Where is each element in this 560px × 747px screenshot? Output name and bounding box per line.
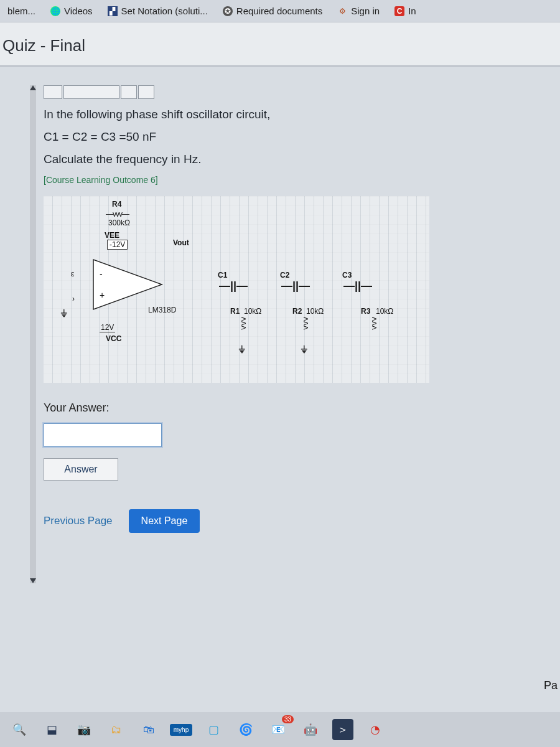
compass-icon: ✪ xyxy=(223,6,233,16)
svg-marker-0 xyxy=(93,260,162,309)
capacitor-icon: ―||― xyxy=(219,280,248,293)
tab-problem[interactable]: blem... xyxy=(2,3,40,19)
answer-input[interactable] xyxy=(44,423,162,447)
component-value: 12V xyxy=(100,323,115,332)
capacitor-icon: ―||― xyxy=(343,280,372,293)
globe-icon: 🌐 xyxy=(50,6,60,16)
component-value: 10kΩ xyxy=(306,307,324,316)
previous-page-link[interactable]: Previous Page xyxy=(44,515,113,527)
question-block: In the following phase shift oscillator … xyxy=(44,108,516,533)
component-label: VEE xyxy=(105,231,119,240)
camera-icon[interactable]: 📷 xyxy=(73,719,95,740)
ground-icon: ⏚ xyxy=(61,307,67,318)
truncated-text: Pa xyxy=(544,679,558,692)
question-text: C1 = C2 = C3 =50 nF xyxy=(44,130,516,144)
browser-icon[interactable]: 🌀 xyxy=(235,719,256,740)
component-label: C1 xyxy=(218,271,227,280)
tab-label: In xyxy=(408,6,416,16)
component-value: 300kΩ xyxy=(108,218,130,227)
next-page-button[interactable]: Next Page xyxy=(129,509,200,533)
scrollbar[interactable] xyxy=(30,85,36,583)
gear-icon: ⚙ xyxy=(337,6,347,16)
ground-icon: ⏚ xyxy=(239,343,245,354)
c-icon: C xyxy=(394,6,404,16)
terminal-icon[interactable]: ＞ xyxy=(332,719,353,740)
circuit-diagram: R4 ―vvv― 300kΩ VEE -12V Vout - + ε › LM3… xyxy=(44,196,429,383)
assistant-icon[interactable]: 🤖 xyxy=(300,719,321,740)
question-text: Calculate the frequency in Hz. xyxy=(44,153,516,166)
file-explorer-icon[interactable]: 🗂 xyxy=(106,719,127,740)
chip-label: LM318D xyxy=(148,306,176,314)
taskbar: 🔍 ⬓ 📷 🗂 🛍 myhp ▢ 🌀 📧 🤖 ＞ ◔ xyxy=(0,712,560,747)
resistor-icon: ɅɅɅ xyxy=(302,317,309,330)
svg-text:+: + xyxy=(100,290,105,300)
tab-label: Required documents xyxy=(236,6,322,16)
doc-icon: ▞ xyxy=(108,6,118,16)
capacitor-icon: ―||― xyxy=(281,280,310,293)
component-label: R2 xyxy=(292,307,302,316)
component-value: -12V xyxy=(107,240,128,250)
editor-toolbar xyxy=(44,85,554,99)
pin-label: › xyxy=(72,294,75,303)
component-label: R4 xyxy=(112,200,121,209)
component-label: VCC xyxy=(106,334,121,343)
component-label: R1 xyxy=(230,307,240,316)
task-view-icon[interactable]: ⬓ xyxy=(41,719,62,740)
net-label: Vout xyxy=(173,238,189,247)
answer-label: Your Answer: xyxy=(44,402,516,415)
answer-section: Your Answer: Answer xyxy=(44,402,516,481)
tab-label: Set Notation (soluti... xyxy=(121,6,208,16)
toolbar-button[interactable] xyxy=(138,85,154,99)
ground-icon: ⏚ xyxy=(301,343,307,354)
page-title: Quiz - Final xyxy=(0,36,560,55)
hp-app-icon[interactable]: myhp xyxy=(170,719,192,740)
tab-videos[interactable]: 🌐 Videos xyxy=(45,3,98,19)
tab-label: blem... xyxy=(7,6,35,16)
resistor-icon: ―vvv― xyxy=(106,210,129,218)
component-label: C3 xyxy=(342,271,352,280)
tab-sign-in[interactable]: ⚙ Sign in xyxy=(332,3,385,19)
page-header: Quiz - Final xyxy=(0,22,560,67)
browser-tab-strip: blem... 🌐 Videos ▞ Set Notation (soluti.… xyxy=(0,0,560,22)
tab-in[interactable]: C In xyxy=(390,3,421,19)
component-value: 10kΩ xyxy=(376,307,393,316)
course-outcome-label: [Course Learning Outcome 6] xyxy=(44,175,516,185)
toolbar-dropdown[interactable] xyxy=(63,85,119,99)
toolbar-button[interactable] xyxy=(121,85,137,99)
tab-label: Videos xyxy=(64,6,93,16)
answer-button[interactable]: Answer xyxy=(44,458,118,481)
app-icon[interactable]: ◔ xyxy=(365,719,386,740)
tab-label: Sign in xyxy=(351,6,380,16)
component-value: 10kΩ xyxy=(244,307,261,316)
scroll-up-icon[interactable] xyxy=(30,85,36,90)
pin-label: ε xyxy=(71,270,74,278)
scroll-down-icon[interactable] xyxy=(30,578,36,583)
store-icon[interactable]: 🛍 xyxy=(138,719,159,740)
component-label: C2 xyxy=(280,271,289,280)
resistor-icon: ɅɅɅ xyxy=(371,317,378,330)
search-icon[interactable]: 🔍 xyxy=(9,719,30,740)
facetime-icon[interactable]: ▢ xyxy=(203,719,224,740)
toolbar-button[interactable] xyxy=(44,85,62,99)
mail-icon[interactable]: 📧 xyxy=(268,719,289,740)
content-area: In the following phase shift oscillator … xyxy=(0,67,560,533)
tab-set-notation[interactable]: ▞ Set Notation (soluti... xyxy=(103,3,213,19)
resistor-icon: ɅɅɅ xyxy=(240,317,247,330)
pager: Previous Page Next Page xyxy=(44,509,516,533)
question-text: In the following phase shift oscillator … xyxy=(44,108,516,121)
svg-text:-: - xyxy=(100,269,103,279)
component-label: R3 xyxy=(361,307,370,316)
tab-required-docs[interactable]: ✪ Required documents xyxy=(218,3,327,19)
